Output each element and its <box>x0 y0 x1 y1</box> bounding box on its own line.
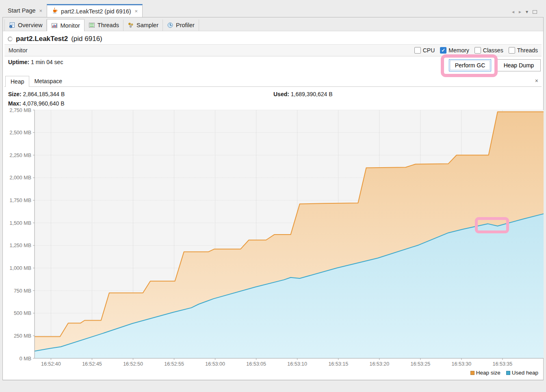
svg-text:500 MB: 500 MB <box>14 310 31 316</box>
svg-text:16:52:40: 16:52:40 <box>41 361 61 367</box>
checkbox-memory[interactable]: ✓ Memory <box>440 47 469 54</box>
svg-text:16:53:25: 16:53:25 <box>411 361 431 367</box>
memory-checkbox-box[interactable]: ✓ <box>440 47 446 54</box>
tab-metaspace[interactable]: Metaspace <box>29 76 67 86</box>
heap-used-stat: Used: 1,689,390,624 B <box>273 91 333 97</box>
uptime-value: 1 min 04 sec <box>31 59 63 65</box>
legend-label: Used heap <box>512 370 538 376</box>
heap-dump-button[interactable]: Heap Dump <box>497 59 541 71</box>
svg-text:2,250 MB: 2,250 MB <box>9 153 31 158</box>
svg-text:1,250 MB: 1,250 MB <box>9 243 31 248</box>
uptime-label: Uptime: <box>8 59 29 65</box>
overview-icon: i <box>9 22 15 28</box>
memory-tab-bar: Heap Metaspace × <box>4 76 542 87</box>
monitor-icon <box>51 22 58 29</box>
tab-start-page[interactable]: Start Page × <box>3 4 47 17</box>
checkbox-threads[interactable]: ✓ Threads <box>509 47 538 54</box>
heap-size-label: Size: <box>8 91 22 97</box>
tab-heap[interactable]: Heap <box>5 76 29 87</box>
svg-text:0 MB: 0 MB <box>20 356 31 362</box>
tabs-scroll-right-icon[interactable]: ▸ <box>519 9 521 15</box>
tab-profiler[interactable]: Profiler <box>163 19 199 31</box>
svg-text:16:53:00: 16:53:00 <box>205 361 225 367</box>
page-title-pid: (pid 6916) <box>71 35 102 43</box>
metric-checkbox-group: ✓ CPU ✓ Memory ✓ Classes ✓ Threads <box>414 47 538 54</box>
checkbox-cpu-label: CPU <box>423 47 435 54</box>
tab-monitor[interactable]: Monitor <box>47 19 84 31</box>
heap-size-value: 2,864,185,344 B <box>23 91 65 97</box>
svg-text:2,500 MB: 2,500 MB <box>9 130 31 136</box>
tab-sampler[interactable]: Sampler <box>124 19 163 31</box>
legend-swatch-icon <box>506 371 510 375</box>
checkbox-threads-label: Threads <box>517 47 538 54</box>
tab-scroll-controls: ◂ ▸ ▾ <box>512 9 537 15</box>
tab-overview[interactable]: i Overview <box>4 19 47 31</box>
checkbox-cpu[interactable]: ✓ CPU <box>414 47 435 54</box>
legend-item-heap-size: Heap size <box>470 370 500 376</box>
perform-gc-button[interactable]: Perform GC <box>449 59 491 71</box>
tab-sampler-label: Sampler <box>136 22 158 28</box>
tab-leaktest2[interactable]: part2.LeakTest2 (pid 6916) × <box>47 4 143 17</box>
tab-leaktest2-label: part2.LeakTest2 (pid 6916) <box>61 8 131 15</box>
threads-checkbox-box[interactable]: ✓ <box>509 47 515 54</box>
legend-item-used-heap: Used heap <box>506 370 538 376</box>
cpu-checkbox-box[interactable]: ✓ <box>414 47 421 54</box>
tab-metaspace-label: Metaspace <box>34 78 62 84</box>
heap-max-label: Max: <box>8 100 21 107</box>
svg-text:750 MB: 750 MB <box>14 288 31 294</box>
chart-legend: Heap sizeUsed heap <box>470 370 538 376</box>
maximize-icon[interactable] <box>533 10 537 14</box>
svg-text:2,750 MB: 2,750 MB <box>9 108 31 113</box>
svg-text:16:52:55: 16:52:55 <box>164 361 184 367</box>
svg-text:250 MB: 250 MB <box>14 333 31 339</box>
application-title: part2.LeakTest2 (pid 6916) <box>8 34 102 44</box>
monitor-section-label: Monitor <box>9 47 28 54</box>
svg-text:1,500 MB: 1,500 MB <box>9 220 31 226</box>
heap-max-stat: Max: 4,078,960,640 B <box>8 100 65 107</box>
tab-threads[interactable]: Threads <box>84 19 124 31</box>
heap-used-label: Used: <box>273 91 289 97</box>
legend-swatch-icon <box>470 371 474 375</box>
monitor-section-header: Monitor ✓ CPU ✓ Memory ✓ Classes ✓ Threa… <box>4 44 542 56</box>
sampler-icon <box>128 22 134 28</box>
visualvm-window: Start Page × part2.LeakTest2 (pid 6916) … <box>0 0 546 392</box>
monitor-document-panel: i Overview Monitor <box>2 17 544 380</box>
svg-text:16:53:10: 16:53:10 <box>287 361 307 367</box>
legend-label: Heap size <box>476 370 500 376</box>
tab-start-page-label: Start Page <box>8 7 36 14</box>
tab-start-page-close-icon[interactable]: × <box>39 8 43 14</box>
java-cup-icon <box>52 7 58 15</box>
svg-text:16:53:20: 16:53:20 <box>369 361 389 367</box>
tab-heap-label: Heap <box>11 78 24 85</box>
document-tab-bar: Start Page × part2.LeakTest2 (pid 6916) … <box>3 4 143 17</box>
svg-text:1,000 MB: 1,000 MB <box>9 265 31 271</box>
checkbox-memory-label: Memory <box>448 47 469 54</box>
checkbox-classes-label: Classes <box>483 47 503 54</box>
heap-used-value: 1,689,390,624 B <box>291 91 333 97</box>
heap-max-value: 4,078,960,640 B <box>23 100 65 107</box>
tab-overview-label: Overview <box>18 22 42 28</box>
tab-profiler-label: Profiler <box>176 22 195 28</box>
memory-chart: 0 MB250 MB500 MB750 MB1,000 MB1,250 MB1,… <box>4 108 544 375</box>
classes-checkbox-box[interactable]: ✓ <box>474 47 481 54</box>
svg-text:16:52:50: 16:52:50 <box>123 361 143 367</box>
svg-text:16:53:30: 16:53:30 <box>452 361 472 367</box>
svg-text:1,750 MB: 1,750 MB <box>9 198 31 203</box>
tab-threads-label: Threads <box>98 22 119 28</box>
svg-text:2,000 MB: 2,000 MB <box>9 175 31 181</box>
tabs-list-icon[interactable]: ▾ <box>526 9 528 15</box>
tab-monitor-label: Monitor <box>60 22 80 29</box>
svg-text:16:53:35: 16:53:35 <box>493 361 513 367</box>
uptime-text: Uptime: 1 min 04 sec <box>8 59 63 65</box>
profiler-icon <box>167 22 173 28</box>
svg-text:16:53:05: 16:53:05 <box>246 361 266 367</box>
page-title: part2.LeakTest2 <box>16 35 68 43</box>
heap-size-stat: Size: 2,864,185,344 B <box>8 91 65 97</box>
memory-panel-close-icon[interactable]: × <box>535 78 538 84</box>
checkmark-icon: ✓ <box>441 48 445 53</box>
checkbox-classes[interactable]: ✓ Classes <box>474 47 503 54</box>
svg-text:16:52:45: 16:52:45 <box>82 361 102 367</box>
tabs-scroll-left-icon[interactable]: ◂ <box>512 9 514 15</box>
tab-leaktest2-close-icon[interactable]: × <box>135 8 138 14</box>
view-tab-bar: i Overview Monitor <box>3 17 543 31</box>
